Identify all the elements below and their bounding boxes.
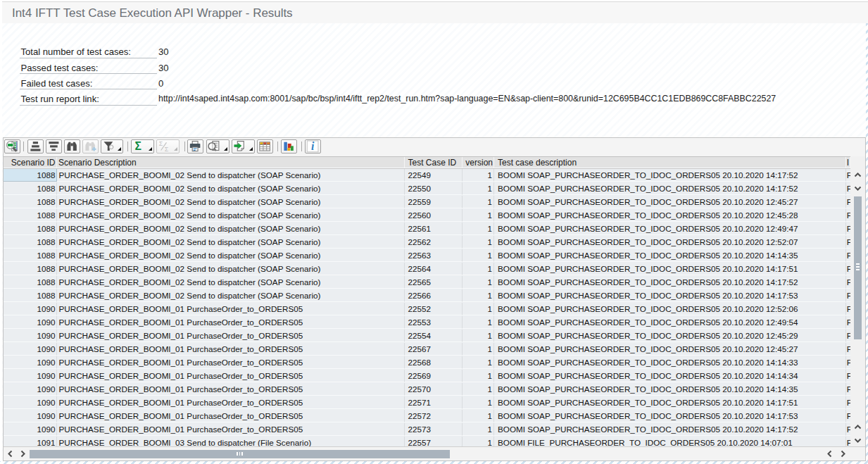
- svg-text:i: i: [310, 140, 314, 152]
- svg-text:Σ: Σ: [135, 140, 141, 152]
- svg-text:Σ: Σ: [159, 140, 163, 147]
- svg-text:Σ: Σ: [165, 146, 169, 153]
